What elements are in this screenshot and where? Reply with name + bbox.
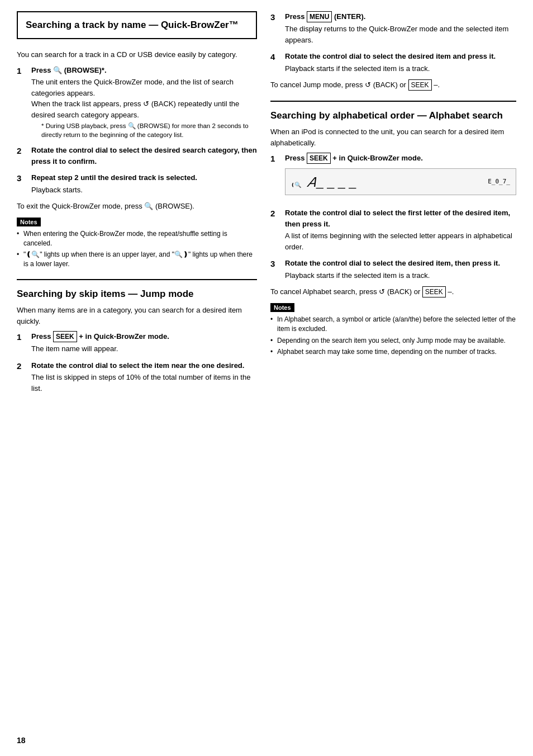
- divider-1: [17, 279, 257, 280]
- notes-list-2: In Alphabet search, a symbol or article …: [270, 315, 516, 357]
- section1-title: Searching a track by name — Quick-BrowZe…: [26, 19, 248, 31]
- left-column: Searching a track by name — Quick-BrowZe…: [17, 11, 257, 399]
- page-number: 18: [17, 736, 26, 745]
- seek-kbd-cancel-alpha: SEEK: [422, 286, 446, 297]
- jump-step-4-label: Rotate the control dial to select the de…: [285, 52, 496, 60]
- step-num-1: 1: [17, 65, 29, 78]
- right-column: 3 Press MENU (ENTER). The display return…: [270, 11, 516, 399]
- alpha-step-2: 2 Rotate the control dial to select the …: [270, 207, 516, 252]
- jump-step-2-body: The list is skipped in steps of 10% of t…: [31, 372, 257, 394]
- step-1-label: Press 🔍 (BROWSE)*.: [31, 66, 107, 74]
- jump-step-num-4: 4: [270, 51, 283, 64]
- note-item: When entering the Quick-BrowZer mode, th…: [17, 229, 257, 248]
- jump-step-4-body: Playback starts if the selected item is …: [285, 63, 516, 74]
- alpha-step-3-content: Rotate the control dial to select the de…: [285, 258, 516, 281]
- step-3-content: Repeat step 2 until the desired track is…: [31, 172, 257, 195]
- section2-title: Searching by skip items — Jump mode: [17, 288, 257, 300]
- step-num-2: 2: [17, 145, 29, 158]
- section1-intro: You can search for a track in a CD or US…: [17, 49, 257, 60]
- cancel-jump: To cancel Jump mode, press ↺ (BACK) or S…: [270, 79, 516, 91]
- alpha-step-2-body: A list of items beginning with the selec…: [285, 230, 516, 252]
- jump-step-4-content: Rotate the control dial to select the de…: [285, 51, 516, 74]
- note-alpha-1: In Alphabet search, a symbol or article …: [270, 315, 516, 334]
- browse-icon: 🔍: [53, 66, 62, 74]
- display-icon-left: ❪🔍: [291, 182, 301, 188]
- step-3-label: Repeat step 2 until the desired track is…: [31, 173, 197, 182]
- alpha-step-3-body: Playback starts if the selected item is …: [285, 270, 516, 281]
- jump-step-num-2: 2: [17, 360, 29, 373]
- step-3-body: Playback starts.: [31, 185, 257, 196]
- alpha-step-1: 1 Press SEEK + in Quick-BrowZer mode. ❪🔍…: [270, 153, 516, 202]
- note-item: "❪🔍" lights up when there is an upper la…: [17, 250, 257, 269]
- notes-section1: Notes When entering the Quick-BrowZer mo…: [17, 218, 257, 269]
- step-1-body: The unit enters the Quick-BrowZer mode, …: [31, 77, 257, 120]
- page-container: Searching a track by name — Quick-BrowZe…: [17, 11, 516, 399]
- step-1-left: 1 Press 🔍 (BROWSE)*. The unit enters the…: [17, 65, 257, 140]
- step-1-content: Press 🔍 (BROWSE)*. The unit enters the Q…: [31, 65, 257, 140]
- jump-step-3-label: Press MENU (ENTER).: [285, 12, 365, 21]
- alpha-step-num-2: 2: [270, 207, 283, 220]
- step-1-subnote: * During USB playback, press 🔍 (BROWSE) …: [41, 121, 257, 139]
- notes-label-2: Notes: [270, 303, 294, 312]
- jump-step-1-body: The item name will appear.: [31, 343, 257, 355]
- section2-intro: When many items are in a category, you c…: [17, 305, 257, 327]
- alphabet-intro: When an iPod is connected to the unit, y…: [270, 126, 516, 148]
- jump-step-3: 3 Press MENU (ENTER). The display return…: [270, 11, 516, 45]
- jump-step-3-body: The display returns to the Quick-BrowZer…: [285, 23, 516, 45]
- divider-2: [270, 101, 516, 102]
- alphabet-section-title: Searching by alphabetical order — Alphab…: [270, 110, 516, 122]
- display-left-area: ❪🔍 𝘈_ _ _ _: [291, 171, 356, 193]
- alpha-step-3: 3 Rotate the control dial to select the …: [270, 258, 516, 281]
- display-screen: ❪🔍 𝘈_ _ _ _ E̲0̲7̲: [285, 168, 516, 195]
- step-3-left: 3 Repeat step 2 until the desired track …: [17, 172, 257, 195]
- jump-step-1-content: Press SEEK + in Quick-BrowZer mode. The …: [31, 331, 257, 355]
- note-alpha-3: Alphabet search may take some time, depe…: [270, 347, 516, 357]
- alpha-step-num-1: 1: [270, 153, 283, 166]
- note-alpha-2: Depending on the search item you select,…: [270, 336, 516, 346]
- seek-kbd: SEEK: [53, 331, 77, 342]
- jump-step-3-content: Press MENU (ENTER). The display returns …: [285, 11, 516, 45]
- display-right-area: E̲0̲7̲: [488, 177, 510, 187]
- cancel-alpha: To cancel Alphabet search, press ↺ (BACK…: [270, 286, 516, 297]
- display-letter: 𝘈_ _ _ _: [307, 174, 356, 190]
- alpha-step-1-label: Press SEEK + in Quick-BrowZer mode.: [285, 154, 423, 162]
- jump-step-1-label: Press SEEK + in Quick-BrowZer mode.: [31, 332, 169, 341]
- alpha-step-1-content: Press SEEK + in Quick-BrowZer mode. ❪🔍 𝘈…: [285, 153, 516, 202]
- step-2-label: Rotate the control dial to select the de…: [31, 146, 257, 166]
- alpha-step-3-label: Rotate the control dial to select the de…: [285, 259, 500, 267]
- jump-step-2-label: Rotate the control dial to select the it…: [31, 361, 244, 370]
- notes-label-1: Notes: [17, 218, 41, 226]
- step-2-content: Rotate the control dial to select the de…: [31, 145, 257, 167]
- menu-kbd: MENU: [307, 11, 332, 22]
- jump-step-2: 2 Rotate the control dial to select the …: [17, 360, 257, 394]
- exit-line: To exit the Quick-BrowZer mode, press 🔍 …: [17, 201, 257, 212]
- jump-step-4: 4 Rotate the control dial to select the …: [270, 51, 516, 74]
- jump-step-num-1: 1: [17, 331, 29, 344]
- jump-step-1: 1 Press SEEK + in Quick-BrowZer mode. Th…: [17, 331, 257, 355]
- alpha-step-2-content: Rotate the control dial to select the fi…: [285, 207, 516, 252]
- jump-step-2-content: Rotate the control dial to select the it…: [31, 360, 257, 394]
- step-num-3: 3: [17, 172, 29, 185]
- section-quick-browzer: Searching a track by name — Quick-BrowZe…: [17, 11, 257, 39]
- alpha-step-num-3: 3: [270, 258, 283, 271]
- step-2-left: 2 Rotate the control dial to select the …: [17, 145, 257, 167]
- alpha-step-2-label: Rotate the control dial to select the fi…: [285, 209, 510, 228]
- jump-step-num-3: 3: [270, 11, 283, 24]
- seek-kbd-alpha: SEEK: [307, 153, 331, 164]
- seek-kbd-cancel: SEEK: [408, 79, 432, 91]
- display-icon-right: E̲0̲7̲: [488, 178, 510, 185]
- notes-list-1: When entering the Quick-BrowZer mode, th…: [17, 229, 257, 269]
- notes-section2: Notes In Alphabet search, a symbol or ar…: [270, 303, 516, 357]
